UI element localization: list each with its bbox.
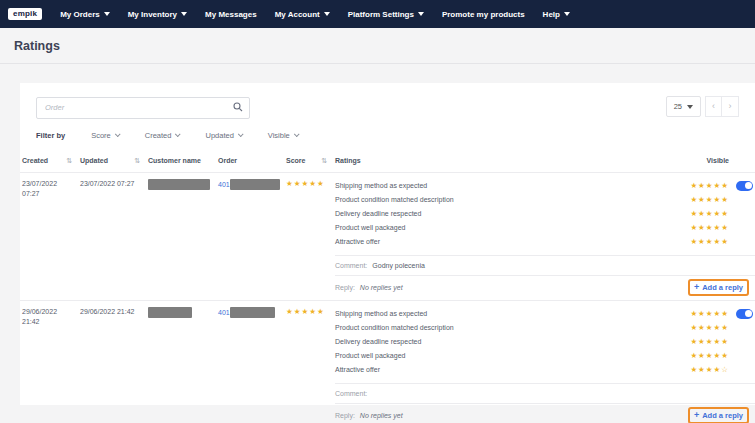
score-stars: ★★★★★ xyxy=(286,179,325,188)
nav-promote-my-products[interactable]: Promote my products xyxy=(442,10,525,19)
prev-page-button[interactable]: ‹ xyxy=(705,96,722,117)
customer-cell xyxy=(148,179,218,300)
sort-icon[interactable]: ⇅ xyxy=(66,157,72,165)
criterion-label: Product well packaged xyxy=(335,221,405,235)
search-icon[interactable] xyxy=(233,102,243,112)
caret-down-icon xyxy=(324,12,330,16)
reply-label: Reply: xyxy=(335,284,355,291)
col-ratings: Ratings xyxy=(335,157,361,165)
annotation-highlight: + Add a reply xyxy=(688,407,749,423)
criterion-label: Shipping method as expected xyxy=(335,307,427,321)
comment-text: Godny polecenia xyxy=(372,262,425,269)
page-title: Ratings xyxy=(14,39,741,53)
filter-label: Score xyxy=(91,131,111,140)
chevron-down-icon xyxy=(294,131,300,137)
sort-icon[interactable]: ⇅ xyxy=(321,157,327,165)
criterion-label: Product condition matched description xyxy=(335,321,454,335)
nav-label: My Account xyxy=(275,10,320,19)
caret-down-icon xyxy=(181,12,187,16)
table-row: 23/07/2022 07:27 23/07/2022 07:27 401 ★★… xyxy=(20,173,755,301)
col-updated: Updated xyxy=(80,157,108,164)
empik-logo[interactable]: empik xyxy=(8,8,42,20)
order-cell: 401 xyxy=(218,179,286,300)
annotation-highlight: + Add a reply xyxy=(688,279,749,296)
plus-icon: + xyxy=(694,283,699,292)
next-page-button[interactable]: › xyxy=(722,96,739,117)
col-customer-name: Customer name xyxy=(148,157,201,164)
score-cell: ★★★★★ xyxy=(286,179,335,300)
col-order: Order xyxy=(218,157,237,164)
order-search xyxy=(36,96,250,119)
nav-my-orders[interactable]: My Orders xyxy=(60,10,110,19)
criterion-stars: ★★★★★ xyxy=(690,235,729,249)
table-header: Created⇅ Updated⇅ Customer name Order Sc… xyxy=(20,157,755,173)
criterion-label: Delivery deadline respected xyxy=(335,335,421,349)
redacted-customer-name xyxy=(148,307,192,318)
nav-help[interactable]: Help xyxy=(543,10,570,19)
pagination-controls: 25 ‹ › xyxy=(666,96,739,117)
nav-my-inventory[interactable]: My Inventory xyxy=(128,10,187,19)
ratings-card: 25 ‹ › Filter by Score Created Updated V… xyxy=(20,83,755,405)
customer-cell xyxy=(148,307,218,423)
ratings-cell: Shipping method as expected★★★★★ Product… xyxy=(335,179,755,300)
nav-label: Promote my products xyxy=(442,10,525,19)
criterion-stars: ★★★★★ xyxy=(690,221,729,235)
add-reply-button[interactable]: + Add a reply xyxy=(694,411,743,420)
criterion-label: Shipping method as expected xyxy=(335,179,427,193)
reply-status: No replies yet xyxy=(360,284,403,291)
redacted-order-number xyxy=(230,179,280,190)
nav-label: My Orders xyxy=(60,10,100,19)
criterion-stars: ★★★★★ xyxy=(690,349,729,363)
col-created: Created xyxy=(22,157,48,164)
created-cell: 23/07/2022 07:27 xyxy=(22,179,80,300)
redacted-order-number xyxy=(230,307,275,318)
order-link[interactable]: 401 xyxy=(218,180,230,187)
filter-bar: Filter by Score Created Updated Visible xyxy=(20,119,755,140)
criterion-stars: ★★★★★ xyxy=(690,321,729,335)
nav-platform-settings[interactable]: Platform Settings xyxy=(348,10,424,19)
criterion-label: Delivery deadline respected xyxy=(335,207,421,221)
criterion-stars: ★★★★★ xyxy=(690,207,729,221)
table-row: 29/06/2022 21:42 29/06/2022 21:42 401 ★★… xyxy=(20,301,755,423)
reply-row: Reply: No replies yet + Add a reply xyxy=(335,275,755,300)
reply-status: No replies yet xyxy=(360,412,403,419)
title-bar: Ratings xyxy=(0,28,755,64)
filter-updated[interactable]: Updated xyxy=(205,131,241,140)
caret-down-icon xyxy=(687,105,693,109)
page-size-select[interactable]: 25 xyxy=(666,96,701,117)
visibility-toggle[interactable] xyxy=(736,309,753,319)
updated-cell: 23/07/2022 07:27 xyxy=(80,179,148,300)
caret-down-icon xyxy=(564,12,570,16)
chevron-down-icon xyxy=(238,131,244,137)
criterion-stars: ★★★★☆ xyxy=(690,363,729,377)
ratings-cell: Shipping method as expected★★★★★ Product… xyxy=(335,307,755,423)
top-nav: empik My Orders My Inventory My Messages… xyxy=(0,0,755,28)
criterion-label: Product well packaged xyxy=(335,349,405,363)
order-link[interactable]: 401 xyxy=(218,308,230,315)
comment-label: Comment: xyxy=(335,262,367,269)
score-stars: ★★★★★ xyxy=(286,307,325,316)
sort-icon[interactable]: ⇅ xyxy=(134,157,140,165)
plus-icon: + xyxy=(694,411,699,420)
nav-my-account[interactable]: My Account xyxy=(275,10,330,19)
search-input[interactable] xyxy=(36,97,250,119)
chevron-down-icon xyxy=(115,131,121,137)
page-size-value: 25 xyxy=(674,102,682,111)
comment-label: Comment: xyxy=(335,390,367,397)
nav-label: My Inventory xyxy=(128,10,177,19)
criterion-stars: ★★★★★ xyxy=(690,335,729,349)
reply-row: Reply: No replies yet + Add a reply xyxy=(335,403,755,423)
nav-label: Platform Settings xyxy=(348,10,414,19)
filter-label: Visible xyxy=(268,131,290,140)
col-score: Score xyxy=(286,157,305,164)
filter-score[interactable]: Score xyxy=(91,131,119,140)
nav-label: My Messages xyxy=(205,10,257,19)
criterion-label: Attractive offer xyxy=(335,363,380,377)
filter-visible[interactable]: Visible xyxy=(268,131,298,140)
add-reply-button[interactable]: + Add a reply xyxy=(694,283,743,292)
add-reply-label: Add a reply xyxy=(702,411,743,420)
nav-my-messages[interactable]: My Messages xyxy=(205,10,257,19)
visibility-toggle[interactable] xyxy=(736,181,753,191)
criterion-label: Attractive offer xyxy=(335,235,380,249)
filter-created[interactable]: Created xyxy=(145,131,180,140)
